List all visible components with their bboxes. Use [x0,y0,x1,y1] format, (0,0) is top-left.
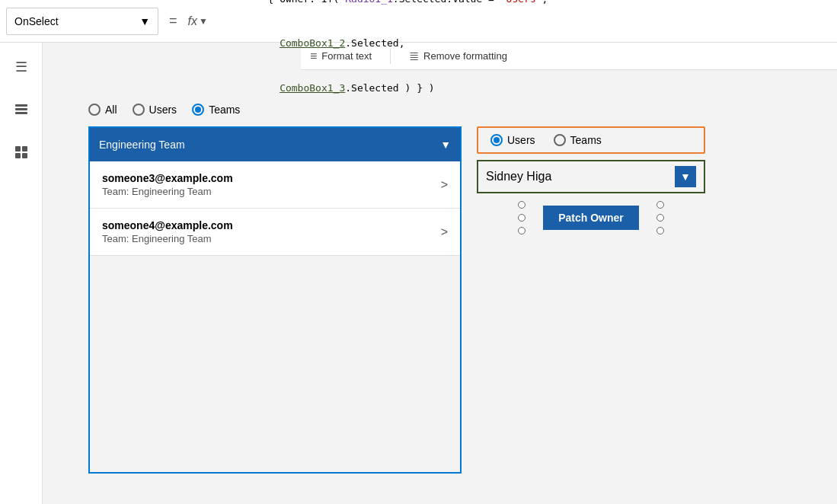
handle-mid-right [657,214,664,222]
dropdown-arrow-icon: ▼ [440,139,451,151]
radio-users[interactable]: Users [133,104,177,116]
sidebar-hamburger-icon[interactable]: ☰ [9,55,34,79]
formula-bar: OnSelect ▼ = fx ▼ Patch( Accounts, Galle… [0,0,837,43]
gallery-item-2-chevron-icon: > [441,225,448,239]
handle-top-right [657,201,664,209]
radio-teams-circle [192,104,204,116]
gallery-item-1-team: Team: Engineering Team [102,186,233,197]
gallery-item-2-email: someone4@example.com [102,219,233,231]
sidebar-components-icon[interactable] [9,140,34,164]
svg-rect-4 [22,146,27,152]
right-radio-users[interactable]: Users [490,134,535,146]
right-radio-group: Users Teams [477,126,705,154]
code-line-3: ComboBox1_2.Selected, [220,21,831,66]
code-line-2: { Owner: If( Radio1_1.Selected.Value = "… [220,0,831,21]
right-radio-users-circle [490,134,503,146]
svg-rect-1 [15,108,27,110]
handle-top-left [518,201,526,209]
patch-owner-area: Patch Owner [522,206,660,230]
formula-code[interactable]: Patch( Accounts, Gallery1.Selected, { Ow… [214,0,837,113]
code-line-4: ComboBox1_3.Selected ) } ) [220,65,831,110]
gallery-item-1-email: someone3@example.com [102,172,233,184]
right-radio-teams-label: Teams [570,134,602,146]
equals-sign: = [169,13,177,29]
svg-rect-6 [22,153,27,158]
gallery-item-2-team: Team: Engineering Team [102,233,233,244]
svg-rect-3 [15,146,21,152]
dropdown-selected-value: Engineering Team [99,139,185,151]
sidebar: ☰ [0,43,43,504]
left-gallery-panel: Engineering Team ▼ someone3@example.com … [88,126,462,474]
right-radio-users-label: Users [507,134,535,146]
svg-rect-2 [15,112,27,114]
right-radio-teams-circle [554,134,566,146]
engineering-team-dropdown[interactable]: Engineering Team ▼ [90,128,460,161]
patch-owner-button[interactable]: Patch Owner [543,206,639,230]
radio-all[interactable]: All [88,104,117,116]
gallery-item-2[interactable]: someone4@example.com Team: Engineering T… [90,209,460,256]
combobox-arrow-icon: ▼ [675,166,696,187]
handle-bottom-left [518,227,526,234]
dropdown-arrow-icon: ▼ [139,15,150,27]
gallery-item-1-chevron-icon: > [441,178,448,192]
radio-all-label: All [105,104,117,116]
handle-bottom-right [657,227,664,234]
svg-rect-0 [15,104,27,107]
radio-users-circle [133,104,145,116]
right-panel: Users Teams Sidney Higa ▼ Patch Owner [477,126,705,230]
fx-button[interactable]: fx ▼ [188,14,208,28]
gallery-item-1[interactable]: someone3@example.com Team: Engineering T… [90,161,460,209]
onselect-dropdown[interactable]: OnSelect ▼ [6,8,158,35]
right-combobox[interactable]: Sidney Higa ▼ [477,160,705,193]
radio-users-label: Users [149,104,177,116]
dropdown-label: OnSelect [14,15,59,27]
right-radio-teams[interactable]: Teams [554,134,602,146]
svg-rect-5 [15,153,21,158]
fx-label: fx [188,14,197,28]
combobox-selected-value: Sidney Higa [486,170,551,183]
sidebar-layers-icon[interactable] [9,97,34,122]
handle-mid-left [518,214,526,222]
fx-chevron-icon: ▼ [199,16,208,27]
radio-all-circle [88,104,101,116]
